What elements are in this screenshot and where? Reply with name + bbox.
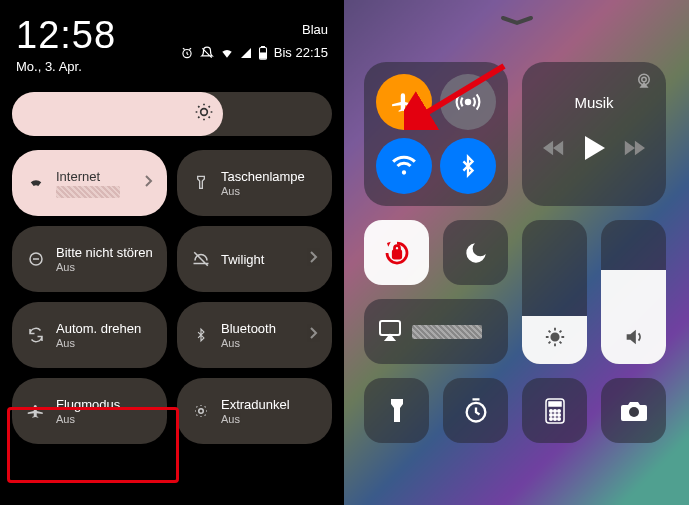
carrier-label: Blau [302,22,328,37]
tile-title: Flugmodus [56,397,153,412]
collapse-caret[interactable] [364,14,669,34]
signal-icon [240,47,252,59]
svg-point-25 [557,417,560,420]
chevron-right-icon [308,250,318,268]
clock[interactable]: 12:58 [16,14,116,57]
music-card[interactable]: Musik [522,62,666,206]
tile-title: Bluetooth [221,321,298,336]
svg-point-13 [551,333,558,340]
bluetooth-icon [191,325,211,345]
tile-sub: Aus [221,413,318,425]
volume-icon [623,326,645,352]
tile-flashlight[interactable]: TaschenlampeAus [177,150,332,216]
timer-button[interactable] [443,378,508,443]
bluetooth-toggle[interactable] [440,138,496,194]
svg-line-7 [418,66,504,118]
flashlight-icon [191,173,211,193]
calculator-button[interactable] [522,378,587,443]
svg-point-26 [629,407,639,417]
svg-point-21 [553,413,556,416]
tile-title: Autom. drehen [56,321,153,336]
twilight-icon [191,249,211,269]
dnd-icon [200,46,214,60]
volume-slider[interactable] [601,220,666,364]
tile-sub: Aus [56,413,153,425]
svg-point-17 [549,409,552,412]
battery-icon [258,46,268,60]
dnd-icon [26,249,46,269]
screen-mirroring[interactable] [364,299,508,364]
dnd-toggle[interactable] [443,220,508,285]
status-icons: Bis 22:15 [180,45,328,60]
wifi-icon [26,173,46,193]
svg-point-23 [549,417,552,420]
tile-internet[interactable]: Internet [12,150,167,216]
screen-mirroring-icon [378,319,402,345]
svg-rect-2 [261,46,264,47]
tile-sub: Aus [56,337,153,349]
alarm-until: Bis 22:15 [274,45,328,60]
svg-rect-11 [393,250,401,258]
tile-airplane[interactable]: FlugmodusAus [12,378,167,444]
tile-autorotate[interactable]: Autom. drehenAus [12,302,167,368]
tile-title: Taschenlampe [221,169,318,184]
wifi-icon [220,46,234,60]
flashlight-button[interactable] [364,378,429,443]
ios-control-center: Musik [344,0,689,505]
tile-title: Bitte nicht stören [56,245,153,260]
orientation-lock-toggle[interactable] [364,220,429,285]
prev-track-icon[interactable] [543,139,565,161]
tile-twilight[interactable]: Twilight [177,226,332,292]
airplane-icon [26,401,46,421]
wifi-toggle[interactable] [376,138,432,194]
music-label: Musik [534,94,654,111]
svg-point-6 [199,409,204,414]
android-quick-settings: 12:58 Mo., 3. Apr. Blau Bis 22:15 [0,0,344,505]
tile-sub: Aus [221,337,298,349]
chevron-right-icon [143,174,153,192]
tile-sub: Aus [56,261,153,273]
chevron-right-icon [308,326,318,344]
tile-title: Internet [56,169,133,184]
tile-title: Twilight [221,252,298,267]
date[interactable]: Mo., 3. Apr. [16,59,116,74]
svg-point-4 [201,109,208,116]
svg-point-22 [557,413,560,416]
alarm-icon [180,46,194,60]
tile-bluetooth[interactable]: BluetoothAus [177,302,332,368]
brightness-slider[interactable] [12,92,332,136]
svg-point-24 [553,417,556,420]
tile-sub: Aus [221,185,318,197]
svg-point-20 [549,413,552,416]
svg-rect-16 [549,402,561,406]
svg-point-19 [557,409,560,412]
camera-button[interactable] [601,378,666,443]
status-bar: 12:58 Mo., 3. Apr. Blau Bis 22:15 [10,10,334,80]
next-track-icon[interactable] [623,139,645,161]
tile-title: Extradunkel [221,397,318,412]
brightness-slider[interactable] [522,220,587,364]
blurred-device [412,325,482,339]
brightness-low-icon [191,401,211,421]
svg-point-10 [642,77,647,82]
rotate-icon [26,325,46,345]
airplay-icon[interactable] [634,72,654,94]
annotation-arrow [404,60,514,134]
svg-rect-3 [260,53,265,58]
blurred-ssid [56,186,120,198]
qs-tiles: Internet TaschenlampeAus Bitte nicht stö… [10,150,334,444]
play-icon[interactable] [582,135,606,165]
svg-rect-12 [380,321,400,335]
brightness-icon [544,326,566,352]
svg-point-18 [553,409,556,412]
tile-extradark[interactable]: ExtradunkelAus [177,378,332,444]
tile-dnd[interactable]: Bitte nicht störenAus [12,226,167,292]
brightness-icon [194,102,214,126]
